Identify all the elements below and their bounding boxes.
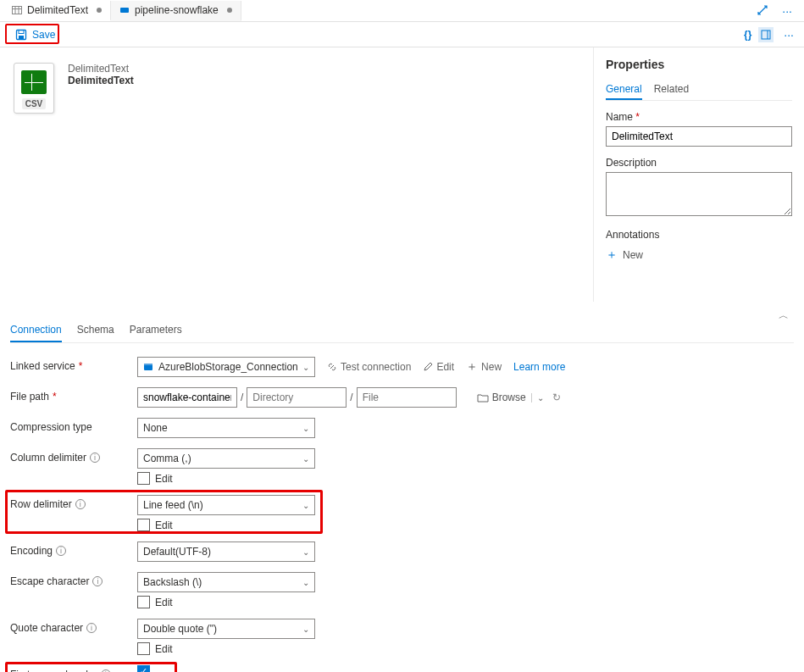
- linked-service-row: AzureBlobStorage_Connection ⌄ Test conne…: [137, 357, 794, 377]
- pencil-icon: [423, 362, 433, 372]
- linked-service-value: AzureBlobStorage_Connection: [158, 361, 298, 373]
- dataset-header: CSV DelimitedText DelimitedText: [0, 56, 593, 120]
- first-row-header-label: First row as headeri: [10, 665, 137, 672]
- edit-checkbox-label: Edit: [155, 643, 173, 655]
- info-icon[interactable]: i: [75, 499, 86, 509]
- linked-service-label: Linked service: [10, 357, 137, 372]
- tabbar-actions: ···: [753, 3, 801, 19]
- quote-char-value: Double quote ("): [143, 623, 217, 635]
- info-icon[interactable]: i: [90, 453, 100, 463]
- new-linked-service-button[interactable]: ＋ New: [466, 359, 502, 375]
- chevron-down-icon: ⌄: [302, 547, 309, 557]
- properties-title: Properties: [606, 58, 792, 71]
- section-tab-schema[interactable]: Schema: [77, 319, 114, 342]
- annotations-label: Annotations: [606, 229, 792, 241]
- tab-delimitedtext[interactable]: DelimitedText: [3, 1, 111, 21]
- linked-service-select[interactable]: AzureBlobStorage_Connection ⌄: [137, 357, 315, 377]
- edit-linked-service-button[interactable]: Edit: [423, 361, 454, 373]
- encoding-value: Default(UTF-8): [143, 546, 211, 558]
- chevron-down-icon: ⌄: [302, 454, 309, 464]
- svg-rect-11: [144, 364, 152, 365]
- pipeline-icon: [119, 5, 130, 15]
- file-path-refresh-icon[interactable]: ↻: [552, 392, 561, 403]
- first-row-header-checkbox[interactable]: ✓: [137, 665, 150, 672]
- name-input[interactable]: [606, 126, 792, 147]
- browse-button[interactable]: Browse: [477, 392, 526, 403]
- chevron-down-icon: ⌄: [302, 424, 309, 433]
- link-icon: [327, 362, 337, 372]
- compression-value: None: [143, 422, 168, 434]
- quote-char-label: Quote characteri: [10, 619, 137, 634]
- info-icon[interactable]: i: [92, 576, 103, 586]
- row-delimiter-value: Line feed (\n): [143, 499, 203, 511]
- encoding-label: Encodingi: [10, 541, 137, 557]
- row-delimiter-select[interactable]: Line feed (\n) ⌄: [137, 495, 315, 515]
- toolbar-more-icon[interactable]: ···: [780, 26, 797, 43]
- code-view-icon[interactable]: {}: [744, 29, 751, 41]
- properties-toggle-icon[interactable]: [758, 27, 774, 42]
- svg-rect-8: [762, 31, 770, 39]
- compression-label: Compression type: [10, 418, 137, 433]
- section-collapse-icon[interactable]: ︿: [779, 308, 789, 323]
- browse-dropdown-icon[interactable]: ⌄: [531, 393, 544, 403]
- svg-rect-7: [19, 36, 24, 39]
- tab-pipeline-snowflake[interactable]: pipeline-snowflake: [111, 1, 241, 21]
- edit-checkbox-label: Edit: [155, 519, 173, 531]
- info-icon[interactable]: i: [86, 623, 97, 633]
- row-delimiter-label: Row delimiteri: [10, 495, 137, 510]
- section-tab-parameters[interactable]: Parameters: [130, 319, 182, 342]
- escape-char-edit-checkbox[interactable]: [137, 596, 150, 608]
- file-path-row: / / Browse ⌄ ↻: [137, 387, 794, 408]
- editor-tabbar: DelimitedText pipeline-snowflake ···: [0, 0, 804, 22]
- test-connection-button[interactable]: Test connection: [327, 361, 411, 373]
- learn-more-link[interactable]: Learn more: [513, 361, 565, 373]
- save-icon: [15, 29, 27, 41]
- path-separator: /: [350, 392, 352, 403]
- tab-related[interactable]: Related: [654, 80, 689, 100]
- tab-label: pipeline-snowflake: [135, 4, 219, 16]
- csv-file-icon: CSV: [14, 63, 54, 114]
- column-delimiter-value: Comma (,): [143, 453, 191, 464]
- column-delimiter-select[interactable]: Comma (,) ⌄: [137, 448, 315, 469]
- toolbar-right: {} ···: [744, 26, 797, 43]
- canvas: CSV DelimitedText DelimitedText: [0, 47, 594, 302]
- dataset-name: DelimitedText: [68, 75, 134, 86]
- file-path-file-input[interactable]: [357, 387, 457, 408]
- section-tab-connection[interactable]: Connection: [10, 319, 62, 342]
- save-label: Save: [32, 29, 55, 41]
- quote-char-select[interactable]: Double quote (") ⌄: [137, 619, 315, 639]
- file-path-directory-input[interactable]: [247, 387, 347, 408]
- description-label: Description: [606, 157, 792, 169]
- csv-badge: CSV: [22, 98, 47, 109]
- modified-dot-icon: [227, 8, 232, 13]
- modified-dot-icon: [97, 8, 102, 13]
- dataset-title-block: DelimitedText DelimitedText: [68, 63, 134, 86]
- compression-select[interactable]: None ⌄: [137, 418, 315, 438]
- edit-checkbox-label: Edit: [155, 597, 173, 608]
- chevron-down-icon: ⌄: [302, 501, 309, 510]
- add-annotation-button[interactable]: ＋ New: [606, 247, 643, 263]
- chevron-down-icon: ⌄: [302, 625, 309, 634]
- dataset-type-label: DelimitedText: [68, 63, 134, 75]
- row-delimiter-edit-checkbox[interactable]: [137, 519, 150, 531]
- column-delimiter-edit-checkbox[interactable]: [137, 472, 150, 485]
- tab-general[interactable]: General: [606, 80, 642, 100]
- expand-icon[interactable]: [753, 3, 772, 19]
- edit-checkbox-label: Edit: [155, 473, 173, 485]
- escape-char-select[interactable]: Backslash (\) ⌄: [137, 572, 315, 592]
- chevron-down-icon: ⌄: [302, 578, 309, 587]
- encoding-select[interactable]: Default(UTF-8) ⌄: [137, 541, 315, 562]
- more-icon[interactable]: ···: [779, 3, 796, 19]
- description-input[interactable]: [606, 172, 792, 216]
- quote-char-edit-checkbox[interactable]: [137, 642, 150, 655]
- properties-tabs: General Related: [606, 80, 792, 101]
- info-icon[interactable]: i: [56, 546, 66, 556]
- svg-rect-4: [120, 8, 129, 13]
- toolbar: Save {} ···: [0, 22, 804, 47]
- storage-icon: [143, 362, 153, 372]
- svg-rect-0: [13, 6, 22, 14]
- dataset-section-tabs: Connection Schema Parameters ︿: [10, 302, 794, 343]
- save-button[interactable]: Save: [7, 25, 64, 44]
- file-path-container-input[interactable]: [137, 387, 237, 408]
- new-annotation-label: New: [623, 249, 643, 261]
